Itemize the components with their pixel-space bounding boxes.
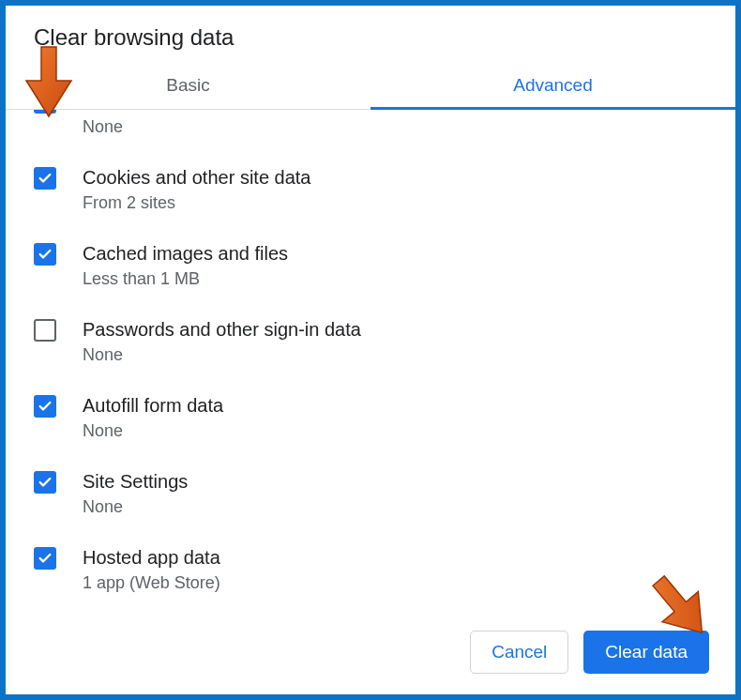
option-text: Cached images and files Less than 1 MB (83, 239, 722, 289)
option-hosted-app: Hosted app data 1 app (Web Store) (6, 534, 722, 610)
clear-browsing-data-dialog: Clear browsing data Basic Advanced Downl… (6, 6, 735, 694)
option-sub-autofill: None (83, 421, 722, 441)
option-text: Download history None (83, 110, 722, 137)
option-text: Autofill form data None (83, 391, 722, 441)
option-title-cached: Cached images and files (83, 239, 722, 267)
checkmark-icon (38, 399, 53, 414)
tab-advanced[interactable]: Advanced (370, 62, 735, 109)
option-cached: Cached images and files Less than 1 MB (6, 230, 722, 306)
option-title-hosted-app: Hosted app data (83, 543, 722, 571)
option-text: Cookies and other site data From 2 sites (83, 163, 722, 213)
option-site-settings: Site Settings None (6, 458, 722, 534)
option-sub-cookies: From 2 sites (83, 193, 722, 213)
cancel-button[interactable]: Cancel (470, 631, 568, 674)
option-text: Hosted app data 1 app (Web Store) (83, 543, 722, 593)
option-cookies: Cookies and other site data From 2 sites (6, 154, 722, 230)
checkbox-site-settings[interactable] (34, 471, 56, 494)
option-title-autofill: Autofill form data (83, 391, 722, 419)
tabs: Basic Advanced (6, 62, 735, 110)
checkbox-download-history[interactable] (34, 110, 56, 114)
clear-data-button[interactable]: Clear data (583, 631, 709, 674)
option-sub-passwords: None (83, 345, 722, 365)
option-download-history: Download history None (6, 110, 722, 154)
checkmark-icon (38, 247, 53, 262)
option-text: Site Settings None (83, 467, 722, 517)
option-title-download-history: Download history (83, 110, 722, 112)
checkbox-autofill[interactable] (34, 395, 56, 418)
checkbox-passwords[interactable] (34, 319, 56, 342)
dialog-buttons: Cancel Clear data (6, 610, 735, 694)
option-title-site-settings: Site Settings (83, 467, 722, 495)
option-title-passwords: Passwords and other sign-in data (83, 315, 722, 343)
option-sub-download-history: None (83, 117, 722, 137)
options-scroll-area[interactable]: Download history None Cookies and other … (6, 110, 735, 610)
checkbox-hosted-app[interactable] (34, 547, 56, 570)
dialog-frame: Clear browsing data Basic Advanced Downl… (0, 0, 741, 700)
option-sub-site-settings: None (83, 497, 722, 517)
tab-basic[interactable]: Basic (6, 62, 370, 109)
option-sub-hosted-app: 1 app (Web Store) (83, 573, 722, 593)
option-text: Passwords and other sign-in data None (83, 315, 722, 365)
option-title-cookies: Cookies and other site data (83, 163, 722, 191)
checkbox-cached[interactable] (34, 243, 56, 266)
options-list: Download history None Cookies and other … (6, 110, 722, 610)
checkbox-cookies[interactable] (34, 167, 56, 190)
option-autofill: Autofill form data None (6, 382, 722, 458)
option-passwords: Passwords and other sign-in data None (6, 306, 722, 382)
checkmark-icon (38, 171, 53, 186)
checkmark-icon (38, 551, 53, 566)
checkmark-icon (38, 475, 53, 490)
dialog-title: Clear browsing data (6, 24, 735, 62)
option-sub-cached: Less than 1 MB (83, 269, 722, 289)
